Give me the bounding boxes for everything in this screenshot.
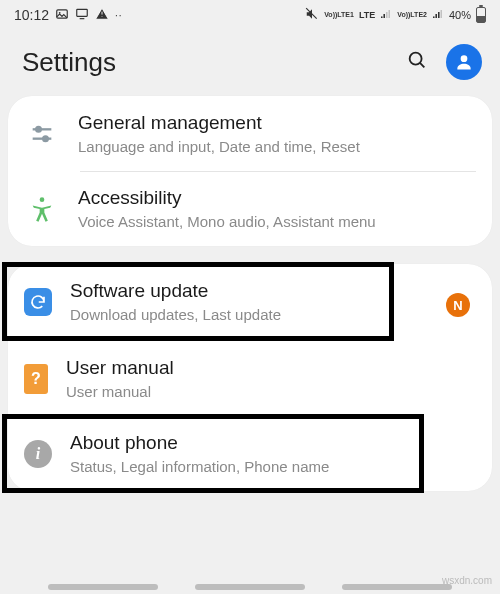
manual-icon: ?: [24, 364, 48, 394]
svg-point-8: [36, 127, 41, 132]
svg-point-11: [40, 197, 45, 202]
accessibility-icon: [24, 191, 60, 227]
nav-recents[interactable]: [48, 584, 158, 590]
item-subtitle: Voice Assistant, Mono audio, Assistant m…: [78, 213, 478, 230]
status-right: Vo))LTE1 LTE Vo))LTE2 40%: [305, 7, 486, 23]
cast-icon: [75, 7, 89, 24]
nav-home[interactable]: [195, 584, 305, 590]
watermark: wsxdn.com: [442, 575, 492, 586]
signal-icon-1: [380, 8, 392, 22]
clock: 10:12: [14, 7, 49, 23]
item-subtitle: Download updates, Last update: [70, 306, 378, 323]
page-title: Settings: [22, 47, 116, 78]
svg-point-4: [410, 53, 422, 65]
item-subtitle: Status, Legal information, Phone name: [70, 458, 408, 475]
nav-back[interactable]: [342, 584, 452, 590]
lte-label-1: LTE: [359, 10, 375, 20]
battery-icon: [476, 7, 486, 23]
image-icon: [55, 7, 69, 24]
item-general-management[interactable]: General management Language and input, D…: [8, 96, 492, 171]
settings-group-1: General management Language and input, D…: [8, 96, 492, 246]
item-accessibility[interactable]: Accessibility Voice Assistant, Mono audi…: [8, 171, 492, 246]
warning-icon: [95, 7, 109, 24]
settings-group-2: Software update Download updates, Last u…: [8, 264, 492, 491]
item-title: Accessibility: [78, 187, 478, 209]
mute-icon: [305, 7, 319, 23]
status-bar: 10:12 ·· Vo))LTE1 LTE Vo))LTE2 40%: [0, 0, 500, 30]
settings-header: Settings: [0, 30, 500, 96]
info-icon: i: [24, 440, 52, 468]
status-left: 10:12 ··: [14, 7, 123, 24]
update-icon: [24, 288, 52, 316]
more-icon: ··: [115, 10, 123, 21]
account-icon[interactable]: [446, 44, 482, 80]
sim1-indicator: Vo))LTE1: [324, 13, 354, 18]
item-about-phone[interactable]: i About phone Status, Legal information,…: [4, 416, 422, 491]
update-badge: N: [446, 293, 470, 317]
svg-line-5: [420, 63, 424, 67]
svg-rect-2: [77, 9, 88, 16]
sliders-icon: [24, 116, 60, 152]
item-user-manual[interactable]: ? User manual User manual: [8, 339, 492, 416]
item-subtitle: Language and input, Date and time, Reset: [78, 138, 478, 155]
item-title: About phone: [70, 432, 408, 454]
item-title: General management: [78, 112, 478, 134]
svg-point-6: [461, 55, 468, 62]
signal-icon-2: [432, 8, 444, 22]
sim2-indicator: Vo))LTE2: [397, 13, 427, 18]
search-icon[interactable]: [406, 49, 428, 75]
battery-percent: 40%: [449, 9, 471, 21]
item-subtitle: User manual: [66, 383, 478, 400]
item-software-update[interactable]: Software update Download updates, Last u…: [4, 264, 392, 339]
item-title: User manual: [66, 357, 478, 379]
item-title: Software update: [70, 280, 378, 302]
system-nav-bar: [0, 584, 500, 590]
svg-point-10: [43, 136, 48, 141]
